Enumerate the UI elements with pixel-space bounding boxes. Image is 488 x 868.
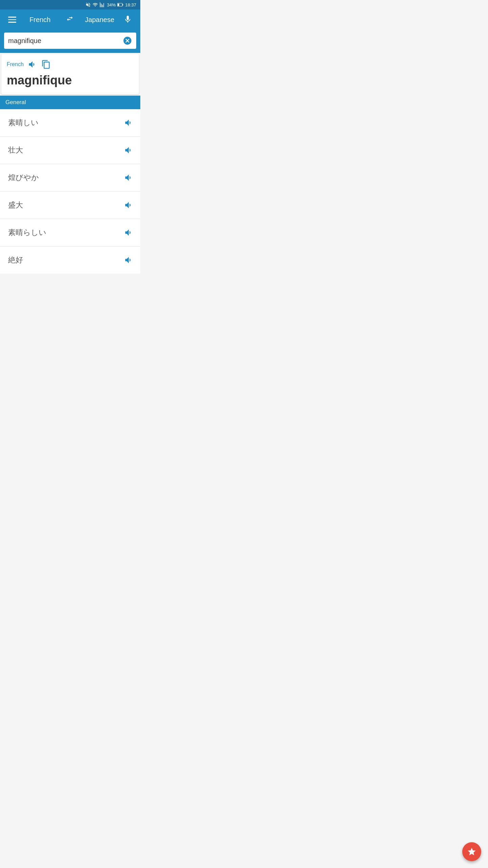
translation-sound-button[interactable]: [123, 226, 135, 239]
search-input[interactable]: [8, 37, 120, 45]
translation-item: 絶好: [0, 246, 140, 274]
status-icons: 34% 18:37: [85, 2, 136, 7]
translation-text: 壮大: [8, 145, 23, 155]
translation-item: 煌びやか: [0, 164, 140, 192]
translation-text: 煌びやか: [8, 173, 39, 183]
sound-icon: [124, 145, 134, 155]
translation-item: 素晴らしい: [0, 219, 140, 246]
target-language-button[interactable]: Japanese: [79, 16, 121, 24]
menu-button[interactable]: [5, 14, 19, 25]
sound-icon: [124, 118, 134, 127]
swap-languages-button[interactable]: [61, 12, 79, 27]
translation-text: 素晴しい: [8, 118, 39, 128]
svg-rect-1: [118, 4, 120, 6]
svg-rect-2: [123, 4, 123, 6]
signal-icon: [100, 2, 105, 7]
time-text: 18:37: [125, 2, 136, 7]
swap-icon: [65, 15, 75, 22]
section-header: General: [0, 96, 140, 109]
translation-sound-button[interactable]: [123, 117, 135, 129]
translation-text: 盛大: [8, 200, 23, 210]
source-card: French magnifique: [1, 54, 139, 94]
copy-button[interactable]: [41, 60, 51, 69]
translation-list: 素晴しい 壮大 煌びやか 盛大 素晴らしい: [0, 109, 140, 274]
status-bar: 34% 18:37: [0, 0, 140, 9]
microphone-button[interactable]: [121, 12, 135, 27]
battery-icon: [117, 2, 123, 7]
mute-icon: [85, 2, 91, 7]
clear-button[interactable]: [123, 36, 132, 45]
sound-icon: [28, 60, 37, 69]
translation-sound-button[interactable]: [123, 254, 135, 266]
copy-icon: [41, 60, 51, 69]
sound-icon: [124, 228, 134, 237]
sound-icon: [124, 173, 134, 182]
source-sound-button[interactable]: [28, 60, 37, 69]
source-lang-label: French: [7, 61, 24, 67]
translation-text: 絶好: [8, 255, 23, 265]
translation-item: 盛大: [0, 192, 140, 219]
battery-text: 34%: [107, 2, 116, 7]
search-area: [0, 30, 140, 53]
sound-icon: [124, 255, 134, 265]
source-language-button[interactable]: French: [19, 16, 61, 24]
translation-item: 素晴しい: [0, 109, 140, 137]
wifi-icon: [93, 2, 98, 7]
sound-icon: [124, 200, 134, 210]
search-box: [4, 33, 136, 49]
translation-sound-button[interactable]: [123, 172, 135, 184]
microphone-icon: [123, 15, 132, 24]
clear-icon: [123, 36, 132, 45]
translation-sound-button[interactable]: [123, 199, 135, 211]
source-word: magnifique: [7, 73, 134, 87]
translation-text: 素晴らしい: [8, 228, 46, 238]
source-lang-row: French: [7, 60, 134, 69]
translation-item: 壮大: [0, 137, 140, 164]
app-bar: French Japanese: [0, 9, 140, 30]
translation-sound-button[interactable]: [123, 144, 135, 156]
